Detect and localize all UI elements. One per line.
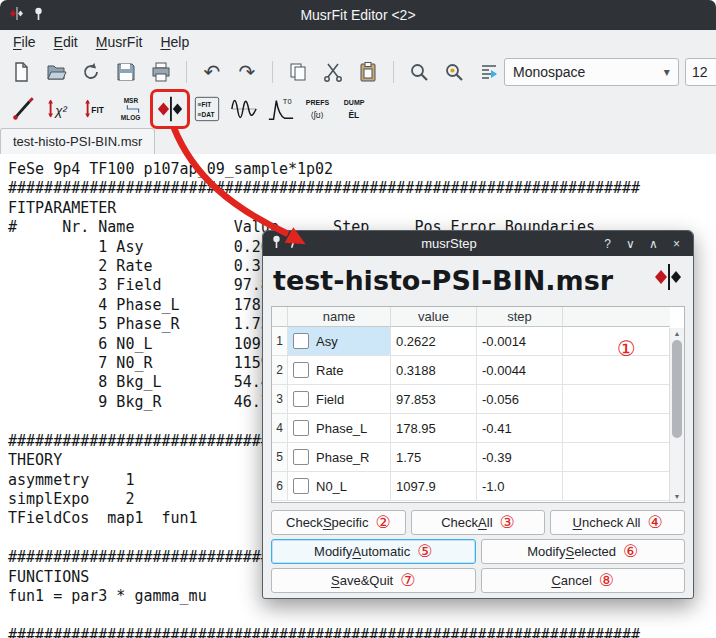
param-name-cell[interactable]: N0_L [288,472,391,501]
musr-prefs-icon[interactable]: PREFS⟨ʃʊ⟩ [302,93,334,125]
print-icon[interactable] [146,58,176,86]
scroll-down-icon[interactable]: ▼ [674,491,681,502]
menu-edit[interactable]: Edit [45,32,87,52]
row-number: 6 [272,472,288,501]
column-header-step[interactable]: step [477,307,563,327]
param-checkbox[interactable] [293,333,309,349]
param-step[interactable]: -0.0014 [477,327,563,356]
param-name-cell[interactable]: Rate [288,356,391,385]
pin-icon[interactable] [33,7,44,24]
new-document-icon[interactable] [6,58,36,86]
dialog-heading: test-histo-PSI-BIN.msr [271,258,685,306]
dialog-roll-down-button[interactable]: ∨ [622,237,639,251]
dialog-help-button[interactable]: ? [599,237,616,251]
check-specific-button[interactable]: Check Specific② [271,510,406,535]
param-step[interactable]: -0.056 [477,385,563,414]
save-icon[interactable] [111,58,141,86]
tab-test-histo-psi-bin[interactable]: test-histo-PSI-BIN.msr [0,128,155,154]
editor-line: ########################################… [8,179,716,198]
find-replace-icon[interactable] [439,58,469,86]
dialog-body: test-histo-PSI-BIN.msr name value step 1… [263,256,693,601]
titlebar[interactable]: MusrFit Editor <2> [0,0,716,30]
param-value[interactable]: 1097.9 [391,472,477,501]
menu-file[interactable]: File [4,32,45,52]
table-row[interactable]: 3Field97.853-0.056 [272,385,670,414]
modify-selected-button[interactable]: Modify Selected⑥ [481,539,686,564]
toolbar-main-icons: ↶↷ [6,54,504,90]
font-family-combo[interactable]: Monospace ▾ [504,58,679,86]
musr-step-icon[interactable] [154,93,186,125]
copy-icon[interactable] [283,58,313,86]
table-row[interactable]: 2Rate0.3188-0.0044 [272,356,670,385]
reload-icon[interactable] [76,58,106,86]
fit-dat-icon[interactable]: ≡FIT≡DAT [191,93,223,125]
param-name-cell[interactable]: Phase_R [288,443,391,472]
dialog-close-button[interactable]: × [668,237,685,251]
table-scrollbar[interactable]: ▲ ▼ [669,328,684,502]
menu-help[interactable]: Help [151,32,198,52]
param-checkbox[interactable] [293,478,309,494]
musr-calcchisq-icon[interactable]: χ² [43,93,75,125]
musrfit-logo-icon [653,261,683,299]
column-header-name[interactable]: name [288,307,391,327]
param-value[interactable]: 0.3188 [391,356,477,385]
menu-musrfit[interactable]: MusrFit [87,32,152,52]
editor-line: FeSe 9p4 TF100 p107ap_09_sample*1p02 [8,160,716,179]
empty-cell [563,472,670,501]
find-icon[interactable] [404,58,434,86]
paste-icon[interactable] [353,58,383,86]
param-checkbox[interactable] [293,420,309,436]
scroll-up-icon[interactable]: ▲ [674,328,681,339]
dialog-pin-icon[interactable] [271,235,282,252]
cut-icon[interactable] [318,58,348,86]
musr-t0-icon[interactable]: T0 [265,93,297,125]
musr-view-icon[interactable] [228,93,260,125]
empty-cell [563,385,670,414]
param-checkbox[interactable] [293,362,309,378]
musr-fit-icon[interactable]: FIT [80,93,112,125]
dialog-titlebar[interactable]: musrStep ? ∨ ∧ × [263,231,693,256]
param-name-cell[interactable]: Asy [288,327,391,356]
svg-text:MLOG: MLOG [121,114,141,121]
open-folder-icon[interactable] [41,58,71,86]
param-checkbox[interactable] [293,391,309,407]
check-all-button[interactable]: Check All③ [411,510,546,535]
table-row[interactable]: 1Asy0.2622-0.0014 [272,327,670,356]
table-row[interactable]: 5Phase_R1.75-0.39 [272,443,670,472]
param-name-cell[interactable]: Phase_L [288,414,391,443]
param-step[interactable]: -0.39 [477,443,563,472]
param-step[interactable]: -0.41 [477,414,563,443]
param-name-cell[interactable]: Field [288,385,391,414]
modify-automatic-button[interactable]: Modify Automatic⑤ [271,539,476,564]
param-step[interactable]: -1.0 [477,472,563,501]
uncheck-all-button[interactable]: Uncheck All④ [550,510,685,535]
column-header-value[interactable]: value [391,307,477,327]
msr-mlog-swap-icon[interactable]: MSRMLOG [117,93,149,125]
cancel-button[interactable]: Cancel⑧ [481,568,686,593]
table-row[interactable]: 4Phase_L178.95-0.41 [272,414,670,443]
table-row[interactable]: 6N0_L1097.9-1.0 [272,472,670,501]
param-step[interactable]: -0.0044 [477,356,563,385]
dialog-pin2-icon[interactable] [288,235,299,252]
param-name: Field [316,392,344,407]
save-quit-button[interactable]: Save&Quit⑦ [271,568,476,593]
param-name: Phase_L [316,421,367,436]
scrollbar-handle[interactable] [672,340,682,438]
undo-icon[interactable]: ↶ [197,58,227,86]
param-value[interactable]: 178.95 [391,414,477,443]
parameter-table[interactable]: name value step 1Asy0.2622-0.00142Rate0.… [271,306,685,503]
row-number: 2 [272,356,288,385]
dialog-buttons: Check Specific② Check All③ Uncheck All④ … [271,510,685,593]
musr-dump-icon[interactable]: DUMPĒL [339,93,371,125]
redo-icon[interactable]: ↷ [232,58,262,86]
musr-wiz-icon[interactable] [6,93,38,125]
param-value[interactable]: 0.2622 [391,327,477,356]
font-size-spinbox[interactable]: 12 ▲ ▼ [685,58,716,86]
goto-line-icon[interactable] [474,58,504,86]
param-value[interactable]: 1.75 [391,443,477,472]
titlebar-left [9,0,44,30]
dialog-roll-up-button[interactable]: ∧ [645,237,662,251]
param-name: Phase_R [316,450,369,465]
param-checkbox[interactable] [293,449,309,465]
param-value[interactable]: 97.853 [391,385,477,414]
